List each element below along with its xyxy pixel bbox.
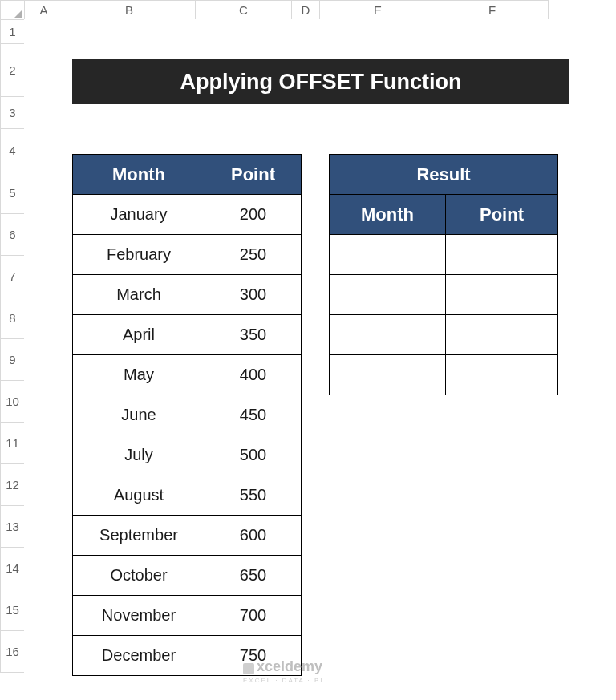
row-header-16[interactable]: 16 (1, 631, 25, 673)
result-table: Result Month Point (329, 154, 558, 395)
cell-point[interactable]: 450 (205, 395, 302, 435)
col-header-A[interactable]: A (25, 1, 63, 20)
cell-point[interactable]: 400 (205, 355, 302, 395)
result-cell-point[interactable] (446, 355, 558, 395)
row-header-4[interactable]: 4 (1, 129, 25, 172)
row-header-6[interactable]: 6 (1, 214, 25, 256)
result-cell-month[interactable] (330, 315, 446, 355)
cell-month[interactable]: January (73, 195, 205, 235)
table-row: May400 (73, 355, 302, 395)
table-row: January200 (73, 195, 302, 235)
cell-month[interactable]: March (73, 275, 205, 315)
cell-month[interactable]: February (73, 235, 205, 275)
cell-month[interactable]: December (73, 636, 205, 676)
col-header-D[interactable]: D (292, 1, 320, 20)
table-row: February250 (73, 235, 302, 275)
table-row (330, 315, 558, 355)
data-header-month[interactable]: Month (73, 155, 205, 195)
row-header-1[interactable]: 1 (1, 20, 25, 44)
table-row: March300 (73, 275, 302, 315)
cell-point[interactable]: 200 (205, 195, 302, 235)
col-header-F[interactable]: F (436, 1, 549, 20)
col-header-E[interactable]: E (320, 1, 436, 20)
cell-month[interactable]: April (73, 315, 205, 355)
cell-point[interactable]: 500 (205, 435, 302, 475)
col-header-B[interactable]: B (63, 1, 196, 20)
table-row (330, 275, 558, 315)
cell-point[interactable]: 350 (205, 315, 302, 355)
cell-point[interactable]: 300 (205, 275, 302, 315)
result-cell-month[interactable] (330, 275, 446, 315)
table-row: July500 (73, 435, 302, 475)
row-header-14[interactable]: 14 (1, 548, 25, 589)
row-header-15[interactable]: 15 (1, 589, 25, 631)
table-row: September600 (73, 516, 302, 556)
result-cell-point[interactable] (446, 275, 558, 315)
table-row: August550 (73, 475, 302, 516)
result-header-point[interactable]: Point (446, 195, 558, 235)
cell-month[interactable]: November (73, 596, 205, 636)
result-header-month[interactable]: Month (330, 195, 446, 235)
select-all-corner[interactable] (1, 1, 25, 20)
table-row: November700 (73, 596, 302, 636)
result-cell-month[interactable] (330, 235, 446, 275)
row-header-3[interactable]: 3 (1, 97, 25, 129)
result-title[interactable]: Result (330, 155, 558, 195)
cell-month[interactable]: October (73, 556, 205, 596)
data-header-point[interactable]: Point (205, 155, 302, 195)
cell-point[interactable]: 600 (205, 516, 302, 556)
cell-month[interactable]: September (73, 516, 205, 556)
row-header-2[interactable]: 2 (1, 44, 25, 97)
row-header-7[interactable]: 7 (1, 256, 25, 297)
row-header-9[interactable]: 9 (1, 339, 25, 381)
page-title: Applying OFFSET Function (72, 59, 569, 104)
table-row: April350 (73, 315, 302, 355)
row-header-8[interactable]: 8 (1, 297, 25, 339)
cell-point[interactable]: 550 (205, 475, 302, 516)
sheet-content: Applying OFFSET Function Month Point Jan… (24, 19, 616, 700)
row-header-11[interactable]: 11 (1, 423, 25, 464)
col-header-C[interactable]: C (196, 1, 292, 20)
cell-point[interactable]: 750 (205, 636, 302, 676)
cell-point[interactable]: 650 (205, 556, 302, 596)
watermark-sub: EXCEL · DATA · BI (243, 677, 324, 684)
table-row: December750 (73, 636, 302, 676)
cell-month[interactable]: July (73, 435, 205, 475)
row-header-13[interactable]: 13 (1, 506, 25, 548)
result-cell-month[interactable] (330, 355, 446, 395)
row-header-5[interactable]: 5 (1, 172, 25, 214)
table-row (330, 235, 558, 275)
cell-point[interactable]: 250 (205, 235, 302, 275)
table-row (330, 355, 558, 395)
cell-month[interactable]: May (73, 355, 205, 395)
data-table: Month Point January200 February250 March… (72, 154, 302, 676)
result-cell-point[interactable] (446, 315, 558, 355)
cell-point[interactable]: 700 (205, 596, 302, 636)
row-header-10[interactable]: 10 (1, 381, 25, 423)
row-header-12[interactable]: 12 (1, 464, 25, 506)
result-cell-point[interactable] (446, 235, 558, 275)
cell-month[interactable]: August (73, 475, 205, 516)
table-row: June450 (73, 395, 302, 435)
table-row: October650 (73, 556, 302, 596)
cell-month[interactable]: June (73, 395, 205, 435)
